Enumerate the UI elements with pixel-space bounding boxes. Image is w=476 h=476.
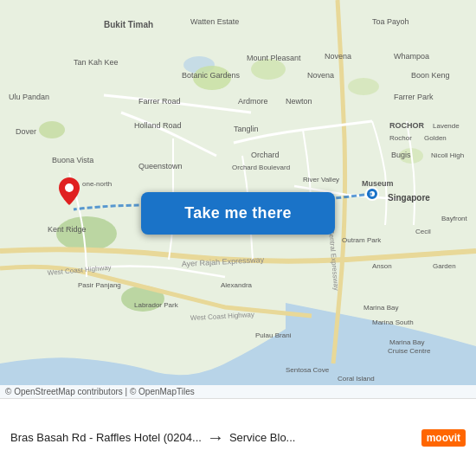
svg-text:Newton: Newton: [286, 97, 312, 106]
svg-text:Sentosa Cove: Sentosa Cove: [286, 366, 330, 374]
to-location-label: Service Blo...: [229, 431, 405, 444]
svg-text:Boon Keng: Boon Keng: [411, 71, 450, 80]
svg-text:Cecil: Cecil: [415, 228, 431, 235]
svg-text:Pulau Brani: Pulau Brani: [255, 331, 292, 339]
app: Ayer Rajah Expressway Central Expressway…: [0, 0, 476, 476]
svg-text:Tan Kah Kee: Tan Kah Kee: [74, 58, 119, 67]
svg-text:Farrer Road: Farrer Road: [138, 97, 181, 106]
svg-text:Lavende: Lavende: [433, 122, 460, 130]
origin-pin: [59, 177, 80, 209]
moovit-badge: moovit: [421, 429, 466, 447]
svg-text:Labrador Park: Labrador Park: [134, 301, 179, 309]
svg-point-3: [56, 216, 117, 251]
svg-text:ROCHOR: ROCHOR: [389, 121, 424, 130]
svg-text:Bukit Timah: Bukit Timah: [104, 20, 153, 29]
take-me-there-label: Take me there: [184, 204, 292, 222]
svg-text:Whampoa: Whampoa: [394, 52, 429, 61]
svg-point-63: [65, 183, 74, 192]
svg-text:Alexandra: Alexandra: [221, 281, 253, 289]
svg-point-6: [39, 121, 65, 138]
svg-text:Orchard: Orchard: [251, 151, 280, 159]
svg-text:Coral Island: Coral Island: [338, 375, 375, 383]
svg-text:Cruise Centre: Cruise Centre: [388, 347, 431, 355]
svg-text:Toa Payoh: Toa Payoh: [372, 17, 409, 26]
svg-text:Garden: Garden: [433, 262, 456, 270]
from-location-label: Bras Basah Rd - Raffles Hotel (0204...: [10, 431, 202, 444]
svg-text:Queenstown: Queenstown: [138, 162, 183, 170]
svg-text:Marina Bay: Marina Bay: [363, 304, 398, 312]
svg-text:Marina South: Marina South: [372, 318, 414, 326]
attribution-text: © OpenStreetMap contributors | © OpenMap…: [5, 387, 195, 396]
svg-text:Bayfront: Bayfront: [441, 215, 468, 222]
svg-text:Ulu Pandan: Ulu Pandan: [9, 93, 49, 101]
map-container: Ayer Rajah Expressway Central Expressway…: [0, 0, 476, 398]
svg-text:Nicoll High: Nicoll High: [431, 151, 464, 159]
svg-text:Novena: Novena: [307, 71, 334, 80]
svg-text:Tanglin: Tanglin: [234, 125, 259, 133]
take-me-there-button[interactable]: Take me there: [141, 192, 335, 235]
svg-text:Pasir Panjang: Pasir Panjang: [78, 281, 121, 289]
svg-text:Anson: Anson: [372, 262, 392, 270]
svg-text:Orchard Boulevard: Orchard Boulevard: [232, 164, 290, 171]
svg-text:Outram Park: Outram Park: [342, 236, 382, 244]
map-attribution: © OpenStreetMap contributors | © OpenMap…: [0, 385, 476, 398]
svg-text:Ardmore: Ardmore: [238, 97, 268, 106]
svg-text:Farrer Park: Farrer Park: [394, 93, 434, 101]
svg-text:Singapore: Singapore: [388, 193, 430, 203]
svg-text:Golden: Golden: [424, 134, 447, 142]
svg-text:Mount Pleasant: Mount Pleasant: [247, 54, 301, 62]
bottom-bar: Bras Basah Rd - Raffles Hotel (0204... →…: [0, 398, 476, 476]
svg-text:Watten Estate: Watten Estate: [190, 17, 239, 26]
route-arrow: →: [202, 428, 229, 447]
svg-text:River Valley: River Valley: [303, 176, 339, 183]
svg-text:Novena: Novena: [325, 52, 351, 61]
svg-text:Museum: Museum: [362, 179, 394, 188]
svg-text:Rochor: Rochor: [389, 134, 412, 142]
svg-text:Botanic Gardens: Botanic Gardens: [182, 71, 241, 80]
svg-point-7: [348, 78, 379, 95]
svg-text:one-north: one-north: [82, 180, 112, 188]
svg-text:Bugis: Bugis: [391, 151, 411, 159]
svg-text:Kent Ridge: Kent Ridge: [48, 225, 87, 234]
svg-text:Holland Road: Holland Road: [134, 121, 182, 130]
to-location: Service Blo...: [229, 431, 405, 444]
from-location: Bras Basah Rd - Raffles Hotel (0204...: [10, 431, 202, 444]
svg-text:Marina Bay: Marina Bay: [389, 338, 424, 346]
svg-text:Dover: Dover: [16, 127, 36, 136]
svg-text:Buona Vista: Buona Vista: [52, 156, 93, 164]
moovit-logo: moovit: [405, 429, 466, 447]
